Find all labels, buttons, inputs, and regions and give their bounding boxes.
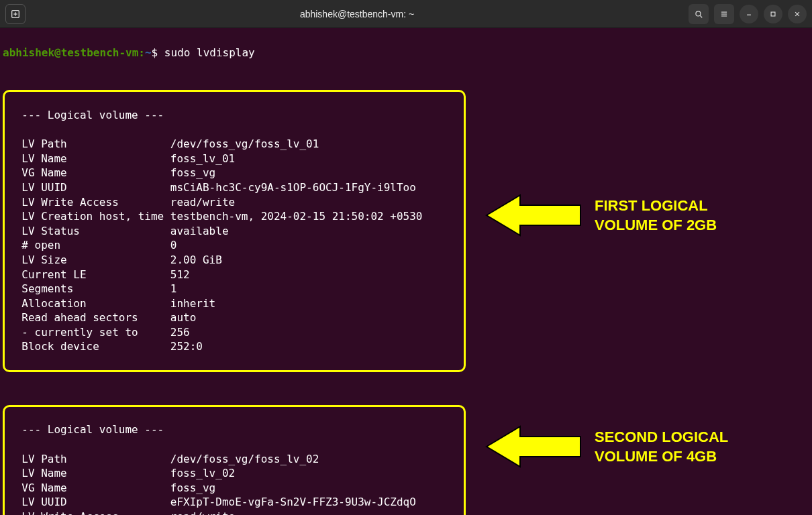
hamburger-menu-button[interactable]	[714, 4, 734, 24]
lv2-row: LV Path /dev/foss_vg/foss_lv_02	[9, 452, 460, 467]
maximize-button[interactable]	[764, 5, 782, 23]
terminal-body[interactable]: abhishek@testbench-vm:~$ sudo lvdisplay …	[0, 28, 812, 515]
lv2-row: LV Write Access read/write	[9, 510, 460, 515]
prompt-path: ~	[145, 46, 152, 59]
svg-marker-13	[487, 426, 580, 467]
search-button[interactable]	[689, 4, 709, 24]
lv1-row: LV UUID msCiAB-hc3C-cy9A-s1OP-6OCJ-1FgY-…	[9, 180, 460, 195]
close-button[interactable]	[788, 5, 807, 23]
lv1-row: LV Name foss_lv_01	[9, 152, 460, 166]
lv1-box: --- Logical volume --- LV Path /dev/foss…	[3, 90, 466, 371]
svg-point-3	[696, 11, 701, 15]
lv1-row: Allocation inherit	[9, 296, 460, 311]
lv2-row: VG Name foss_vg	[9, 481, 460, 496]
new-tab-button[interactable]	[5, 4, 26, 24]
lv1-row: Segments 1	[9, 282, 460, 296]
prompt-userhost: abhishek@testbench-vm	[3, 46, 138, 59]
svg-rect-9	[771, 12, 775, 16]
lv2-box: --- Logical volume --- LV Path /dev/foss…	[3, 405, 466, 515]
lv1-row: LV Path /dev/foss_vg/foss_lv_01	[9, 137, 460, 152]
lv2-row: LV UUID eFXIpT-DmoE-vgFa-Sn2V-FFZ3-9U3w-…	[9, 495, 460, 510]
svg-marker-12	[487, 195, 580, 235]
prompt-line: abhishek@testbench-vm:~$ sudo lvdisplay	[3, 46, 809, 60]
arrow-left-icon	[483, 152, 584, 279]
lv1-row: # open 0	[9, 238, 460, 253]
lv1-row: LV Size 2.00 GiB	[9, 253, 460, 268]
annotation-second-text: SECOND LOGICAL VOLUME OF 4GB	[595, 427, 728, 467]
lv1-row: LV Write Access read/write	[9, 195, 460, 210]
annotation-first: FIRST LOGICAL VOLUME OF 2GB	[483, 152, 717, 279]
window-title: abhishek@testbench-vm: ~	[26, 9, 689, 19]
svg-line-4	[700, 15, 702, 17]
lv1-row: Current LE 512	[9, 268, 460, 282]
minimize-button[interactable]	[740, 5, 758, 23]
command-text: sudo lvdisplay	[164, 46, 255, 59]
lv1-header: --- Logical volume ---	[9, 108, 460, 123]
lv1-row: Read ahead sectors auto	[9, 310, 460, 325]
prompt-suffix: $	[152, 46, 158, 59]
lv2-row: LV Name foss_lv_02	[9, 466, 460, 481]
lv1-row: LV Creation host, time testbench-vm, 202…	[9, 209, 460, 224]
annotation-first-text: FIRST LOGICAL VOLUME OF 2GB	[595, 196, 717, 235]
arrow-left-icon	[483, 384, 584, 510]
lv2-header: --- Logical volume ---	[9, 422, 460, 437]
lv1-row: LV Status available	[9, 224, 460, 239]
titlebar: abhishek@testbench-vm: ~	[0, 0, 812, 28]
lv1-row: VG Name foss_vg	[9, 166, 460, 180]
lv1-row: Block device 252:0	[9, 339, 460, 354]
annotation-second: SECOND LOGICAL VOLUME OF 4GB	[483, 384, 728, 510]
lv1-row: - currently set to 256	[9, 325, 460, 340]
